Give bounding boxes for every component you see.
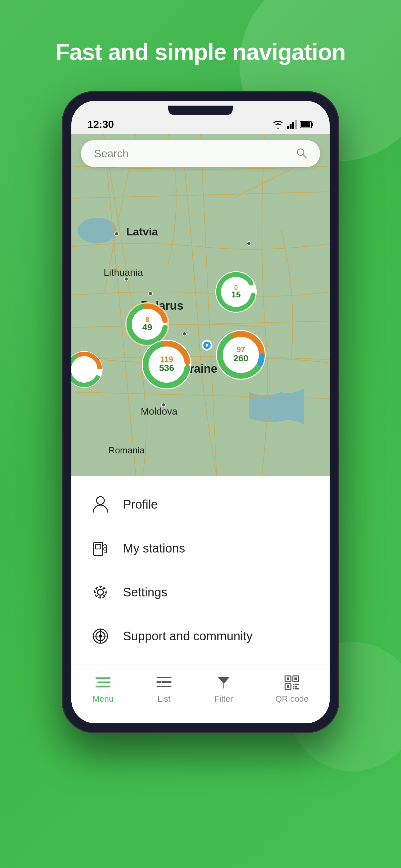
svg-rect-3	[295, 120, 297, 129]
nav-item-qrcode[interactable]: QR code	[266, 671, 318, 707]
menu-label-support: Support and community	[123, 629, 252, 643]
svg-text:Moldova: Moldova	[141, 406, 178, 416]
nav-item-menu[interactable]: Menu	[83, 671, 123, 707]
svg-text:97: 97	[237, 345, 245, 354]
svg-text:Lithuania: Lithuania	[104, 267, 143, 278]
svg-text:260: 260	[234, 353, 249, 363]
nav-qr-icon	[284, 675, 300, 691]
menu-label-profile: Profile	[123, 498, 158, 512]
search-bar[interactable]: Search	[81, 140, 320, 167]
svg-point-56	[96, 497, 104, 504]
nav-label-qrcode: QR code	[275, 694, 309, 704]
svg-rect-88	[295, 686, 297, 687]
nav-list-icon	[156, 675, 172, 691]
community-icon	[91, 626, 110, 646]
menu-item-settings[interactable]: Settings	[71, 570, 330, 614]
svg-rect-79	[287, 678, 289, 680]
nav-filter-icon	[216, 675, 232, 691]
status-time: 12:30	[88, 119, 114, 130]
svg-point-63	[95, 586, 106, 598]
nav-label-filter: Filter	[214, 694, 233, 704]
svg-point-54	[297, 149, 304, 155]
svg-point-23	[206, 344, 208, 346]
nav-item-list[interactable]: List	[146, 671, 182, 707]
svg-text:119: 119	[160, 355, 173, 364]
svg-rect-85	[295, 684, 297, 685]
bottom-nav: Menu List	[71, 664, 330, 723]
svg-line-55	[303, 155, 306, 158]
battery-icon	[300, 121, 313, 128]
svg-rect-81	[295, 678, 297, 680]
svg-rect-89	[293, 688, 295, 689]
status-icons	[272, 120, 313, 129]
svg-point-8	[78, 218, 117, 244]
fuel-icon	[91, 538, 110, 558]
svg-point-62	[97, 589, 103, 595]
bottom-sheet: Profile My stations	[71, 476, 330, 664]
search-placeholder: Search	[94, 147, 289, 160]
svg-text:Romania: Romania	[109, 445, 145, 455]
nav-label-menu: Menu	[93, 694, 114, 704]
menu-item-profile[interactable]: Profile	[71, 483, 330, 526]
map-container[interactable]: Latvia Lithuania Belarus Ukraine Moldova…	[71, 134, 330, 476]
svg-rect-90	[295, 688, 299, 689]
svg-rect-1	[289, 124, 291, 129]
svg-text:49: 49	[142, 322, 152, 332]
svg-point-16	[115, 232, 119, 236]
svg-rect-83	[287, 685, 289, 688]
svg-text:536: 536	[159, 363, 174, 373]
svg-text:Latvia: Latvia	[126, 225, 158, 238]
menu-label-settings: Settings	[123, 585, 167, 599]
nav-label-list: List	[158, 694, 171, 704]
search-icon	[296, 148, 307, 160]
page-title: Fast and simple navigation	[56, 39, 345, 65]
phone-frame: 12:30	[62, 91, 339, 733]
svg-rect-58	[96, 545, 101, 549]
svg-point-59	[104, 548, 106, 550]
svg-point-20	[247, 242, 251, 245]
phone-notch	[168, 105, 233, 115]
menu-item-support[interactable]: Support and community	[71, 614, 330, 658]
svg-rect-0	[287, 126, 289, 129]
svg-rect-84	[293, 684, 295, 685]
nav-item-filter[interactable]: Filter	[205, 671, 243, 707]
svg-point-19	[182, 332, 186, 336]
svg-rect-86	[297, 684, 299, 685]
svg-rect-5	[312, 123, 313, 126]
wifi-icon	[272, 120, 284, 129]
svg-point-18	[149, 291, 152, 296]
signal-icon	[287, 120, 297, 129]
menu-label-my-stations: My stations	[123, 541, 185, 555]
settings-icon	[91, 583, 110, 602]
menu-item-my-stations[interactable]: My stations	[71, 526, 330, 570]
nav-menu-icon	[95, 675, 111, 691]
person-icon	[91, 495, 110, 514]
svg-rect-7	[71, 134, 330, 476]
map-background: Latvia Lithuania Belarus Ukraine Moldova…	[71, 134, 330, 476]
svg-rect-6	[301, 122, 310, 127]
svg-rect-2	[292, 122, 294, 129]
phone-top	[71, 101, 330, 120]
svg-rect-87	[293, 686, 295, 687]
svg-text:15: 15	[232, 290, 241, 299]
